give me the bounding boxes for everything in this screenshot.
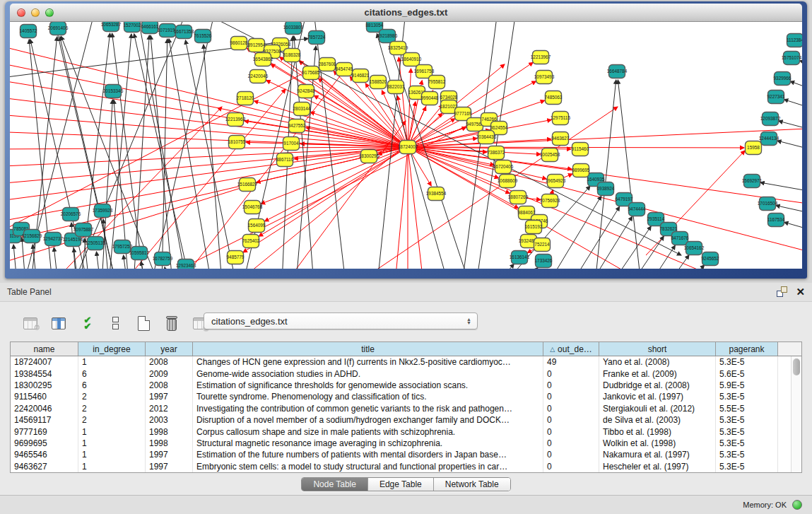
- cell-short[interactable]: Jankovic et al. (1997): [599, 391, 716, 402]
- cell-name[interactable]: 9463627: [11, 461, 78, 472]
- cell-pagerank[interactable]: 5.3E-5: [716, 461, 778, 472]
- column-header-in_degree[interactable]: in_degree: [78, 342, 146, 356]
- cell-out_de[interactable]: 0: [543, 461, 599, 472]
- graph-node-20206576[interactable]: 20206576: [61, 208, 81, 221]
- delete-table-button[interactable]: [163, 314, 181, 332]
- table-row[interactable]: 946554611997Estimation of the future num…: [11, 449, 791, 460]
- cell-pagerank[interactable]: 5.9E-5: [716, 380, 778, 391]
- graph-node-9146821[interactable]: 9146821: [352, 69, 370, 83]
- citation-network-graph[interactable]: 1405572206914061065328715270026466161107…: [10, 22, 802, 269]
- graph-node-9990448[interactable]: 9990448: [421, 92, 439, 105]
- cell-pagerank[interactable]: 5.3E-5: [716, 449, 778, 460]
- graph-node-9485779[interactable]: 9485779: [227, 251, 245, 264]
- cell-short[interactable]: Franke et al. (2009): [599, 368, 716, 379]
- graph-node-8186328[interactable]: 8186328: [283, 49, 301, 62]
- cell-pagerank[interactable]: 5.3E-5: [716, 391, 778, 402]
- graph-node-1733426[interactable]: 1733426: [535, 255, 553, 268]
- graph-node-22420046[interactable]: 22420046: [248, 70, 269, 83]
- cell-out_de[interactable]: 49: [543, 356, 599, 368]
- graph-node-1405572[interactable]: 1405572: [20, 25, 37, 38]
- close-panel-icon[interactable]: ✕: [796, 287, 805, 297]
- graph-node-17359928[interactable]: 17359928: [93, 204, 113, 218]
- graph-node-9463627[interactable]: 9463627: [552, 132, 570, 146]
- graph-node-10653287[interactable]: 10653287: [101, 22, 122, 32]
- graph-node-12213963[interactable]: 12213963: [225, 113, 246, 127]
- cell-out_de[interactable]: 0: [543, 438, 599, 449]
- graph-node-8427552[interactable]: 8427552: [288, 119, 306, 133]
- tab-network-table[interactable]: Network Table: [434, 478, 510, 491]
- cell-pagerank[interactable]: 5.3E-5: [716, 438, 778, 449]
- graph-node-752214[interactable]: 752214: [534, 238, 551, 252]
- cell-title[interactable]: Changes of HCN gene expression and I(f) …: [193, 356, 543, 368]
- cell-title[interactable]: Investigating the contribution of common…: [193, 403, 543, 414]
- cell-out_de[interactable]: 0: [543, 449, 599, 460]
- cell-short[interactable]: Yano et al. (2008): [599, 356, 716, 368]
- graph-node-18640910[interactable]: 18640910: [401, 53, 422, 66]
- float-panel-icon[interactable]: [777, 286, 787, 297]
- graph-node-19218986[interactable]: 19218986: [377, 30, 398, 43]
- column-header-title[interactable]: title: [193, 342, 543, 356]
- cell-year[interactable]: 1997: [146, 391, 193, 402]
- cell-year[interactable]: 2012: [146, 403, 193, 414]
- zoom-window-button[interactable]: [45, 8, 54, 17]
- cell-out_de[interactable]: 0: [543, 426, 599, 437]
- column-header-short[interactable]: short: [599, 342, 716, 356]
- graph-node-16782759[interactable]: 16782759: [153, 252, 173, 266]
- column-header-name[interactable]: name: [11, 342, 78, 356]
- cell-title[interactable]: Genome-wide association studies in ADHD.: [193, 368, 543, 379]
- graph-node-16720406[interactable]: 16720406: [493, 160, 514, 174]
- graph-node-12156829[interactable]: 12156829: [22, 230, 42, 243]
- cell-title[interactable]: Estimation of the future numbers of pati…: [193, 449, 543, 460]
- graph-node-7485063[interactable]: 7485063: [545, 91, 563, 105]
- selection-mode-button[interactable]: ✔✔: [78, 314, 96, 332]
- cell-title[interactable]: Embryonic stem cells: a model to study s…: [193, 461, 543, 472]
- cell-pagerank[interactable]: 5.3E-5: [716, 356, 778, 368]
- cell-year[interactable]: 1997: [146, 461, 193, 472]
- cell-out_de[interactable]: 0: [543, 368, 599, 379]
- graph-node-7386372[interactable]: 7386372: [488, 146, 505, 160]
- cell-pagerank[interactable]: 5.3E-5: [716, 426, 778, 437]
- graph-node-9329966[interactable]: 9329966: [774, 72, 792, 86]
- cell-in_degree[interactable]: 2: [78, 414, 146, 426]
- cell-in_degree[interactable]: 1: [78, 438, 146, 449]
- graph-node-1588520[interactable]: 1588520: [370, 76, 387, 89]
- cell-short[interactable]: Nakamura et al. (1997): [599, 449, 716, 460]
- rows-button[interactable]: [106, 314, 124, 332]
- cell-name[interactable]: 9699695: [11, 438, 78, 449]
- graph-node-12444134[interactable]: 12444134: [759, 132, 779, 146]
- graph-node-9899695[interactable]: 9899695: [572, 164, 590, 177]
- cell-name[interactable]: 18300295: [11, 380, 78, 391]
- graph-node-7625402[interactable]: 7625402: [242, 235, 260, 248]
- cell-title[interactable]: Structural magnetic resonance image aver…: [193, 438, 543, 449]
- graph-node-15958[interactable]: 15958: [746, 141, 762, 155]
- graph-node-7955812[interactable]: 7955812: [428, 76, 446, 89]
- cell-short[interactable]: Stergiakouli et al. (2012): [599, 403, 716, 414]
- column-header-year[interactable]: year: [146, 342, 193, 356]
- cell-year[interactable]: 2008: [146, 380, 193, 391]
- cell-in_degree[interactable]: 1: [78, 449, 146, 460]
- cell-title[interactable]: Tourette syndrome. Phenomenology and cla…: [193, 391, 543, 402]
- table-row[interactable]: 969969511998Structural magnetic resonanc…: [11, 438, 791, 449]
- cell-name[interactable]: 18724007: [11, 356, 78, 368]
- graph-node-12923468[interactable]: 12923468: [176, 259, 196, 269]
- cell-out_de[interactable]: 0: [543, 403, 599, 414]
- select-columns-button[interactable]: [49, 314, 68, 332]
- graph-node-12975115[interactable]: 12975115: [551, 112, 570, 125]
- graph-node-10654162[interactable]: 10654162: [684, 242, 705, 255]
- table-settings-button[interactable]: ⚙: [21, 314, 40, 332]
- graph-node-16671358[interactable]: 16671358: [174, 25, 194, 39]
- graph-node-1810755[interactable]: 1810755: [228, 136, 246, 149]
- graph-node-18807269[interactable]: 18807269: [508, 191, 529, 204]
- network-table-selector[interactable]: citations_edges.txt ▲▼: [204, 313, 478, 329]
- graph-node-15166827[interactable]: 15166827: [237, 178, 258, 192]
- graph-node-30975887[interactable]: 30975887: [73, 223, 94, 237]
- graph-node-19654923[interactable]: 19654923: [546, 175, 566, 188]
- graph-node-10688609[interactable]: 10688609: [498, 175, 518, 188]
- cell-out_de[interactable]: 0: [543, 414, 599, 426]
- cell-short[interactable]: Tibbo et al. (1998): [599, 426, 716, 437]
- graph-node-917004[interactable]: 917004: [283, 137, 300, 151]
- graph-node-18724007[interactable]: 18724007: [398, 141, 418, 154]
- table-row[interactable]: 977716911998Corpus callosum shape and si…: [11, 426, 791, 437]
- cell-in_degree[interactable]: 1: [78, 426, 146, 437]
- graph-node-7857224[interactable]: 7857224: [308, 31, 326, 45]
